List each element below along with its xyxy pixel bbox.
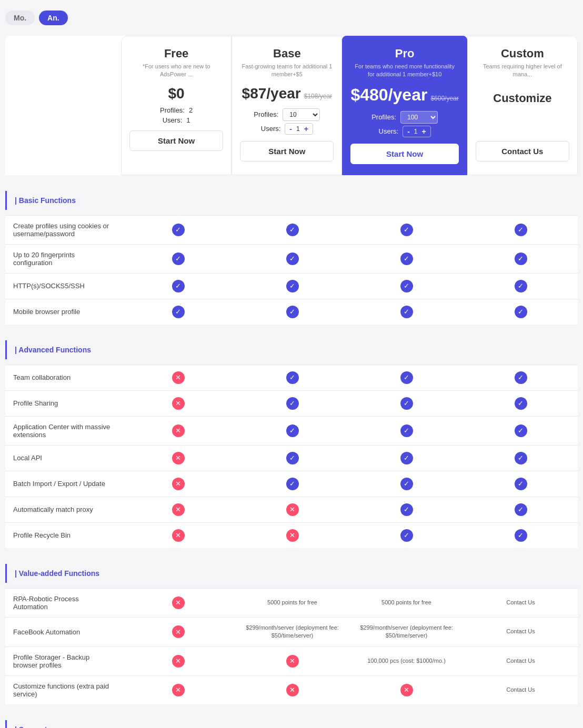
- section-spacer: [5, 548, 578, 559]
- feature-text: 5000 points for free: [267, 599, 317, 606]
- pro-plan-price-original: $600/year: [430, 95, 458, 102]
- monthly-toggle[interactable]: Mo.: [5, 11, 35, 25]
- feature-row-1-3: Local API✕✓✓✓: [5, 445, 578, 471]
- feature-cell-pro: ✓: [349, 497, 464, 522]
- feature-cell-custom: ✓: [464, 391, 578, 416]
- section-title-1: | Advanced Functions: [5, 340, 578, 359]
- feature-name: Team collaboration: [5, 365, 121, 390]
- custom-cta-button[interactable]: Contact Us: [476, 141, 569, 161]
- base-users-increment[interactable]: +: [303, 125, 309, 133]
- pro-profiles-select[interactable]: 100200500: [400, 111, 438, 124]
- free-plan-users: Users: 1: [129, 116, 223, 124]
- check-icon: ✓: [172, 252, 185, 265]
- check-icon: ✓: [286, 252, 299, 265]
- free-cta-button[interactable]: Start Now: [129, 130, 223, 151]
- feature-cell-free: ✓: [121, 216, 235, 244]
- free-plan-profiles: Profiles: 2: [129, 106, 223, 114]
- feature-cell-custom: ✓: [464, 299, 578, 325]
- feature-cell-custom: ✓: [464, 446, 578, 471]
- base-plan-profiles: Profiles: 102050100: [240, 108, 334, 121]
- feature-cell-free: ✕: [121, 417, 235, 445]
- check-icon: ✓: [515, 224, 527, 236]
- pro-users-decrement[interactable]: -: [406, 127, 411, 136]
- feature-cell-free: ✕: [121, 647, 235, 675]
- check-icon: ✓: [286, 306, 299, 318]
- feature-name: HTTP(s)/SOCKS5/SSH: [5, 274, 121, 299]
- free-plan-header: Free *For users who are new to AdsPower …: [121, 36, 232, 175]
- pro-plan-price: $480/year: [350, 85, 427, 105]
- feature-text: 100,000 pcs (cost: $1000/mo.): [367, 657, 446, 665]
- pro-users-increment[interactable]: +: [420, 127, 427, 136]
- free-profiles-value: 2: [189, 106, 193, 114]
- feature-cell-custom: ✓: [464, 216, 578, 244]
- feature-cell-pro: ✓: [349, 365, 464, 390]
- feature-cell-free: ✓: [121, 299, 235, 325]
- feature-cell-free: ✓: [121, 274, 235, 299]
- feature-cell-base: ✕: [235, 497, 349, 522]
- check-icon: ✓: [286, 478, 299, 490]
- check-icon: ✓: [400, 371, 413, 384]
- feature-row-0-3: Mobile browser profile✓✓✓✓: [5, 299, 578, 325]
- free-profiles-label: Profiles:: [160, 106, 185, 114]
- check-icon: ✓: [172, 280, 185, 292]
- check-icon: ✓: [286, 397, 299, 410]
- base-plan-header: Base Fast-growing teams for additional 1…: [232, 36, 342, 175]
- cross-icon: ✕: [172, 371, 185, 384]
- feature-name: Profile Recycle Bin: [5, 523, 121, 548]
- section-spacer: [5, 704, 578, 715]
- base-users-decrement[interactable]: -: [288, 125, 293, 133]
- check-icon: ✓: [400, 306, 413, 318]
- pro-plan-name: Pro: [350, 47, 458, 60]
- check-icon: ✓: [515, 252, 527, 265]
- cross-icon: ✕: [286, 529, 299, 542]
- pro-users-label: Users:: [379, 127, 399, 135]
- feature-cell-free: ✕: [121, 523, 235, 548]
- feature-cell-pro: ✓: [349, 523, 464, 548]
- check-icon: ✓: [286, 424, 299, 437]
- cross-icon: ✕: [172, 529, 185, 542]
- cross-icon: ✕: [172, 596, 185, 609]
- check-icon: ✓: [286, 452, 299, 464]
- pro-cta-button[interactable]: Start Now: [350, 144, 458, 164]
- cross-icon: ✕: [172, 655, 185, 668]
- free-plan-name: Free: [129, 47, 223, 60]
- feature-cell-pro: ✕: [349, 676, 464, 704]
- check-icon: ✓: [400, 397, 413, 410]
- pro-plan-users: Users: - 1 +: [350, 126, 458, 137]
- feature-cell-custom: Contact Us: [464, 647, 578, 675]
- base-plan-price: $87/year: [242, 85, 301, 102]
- check-icon: ✓: [515, 478, 527, 490]
- section-header-0: | Basic Functions: [5, 186, 578, 215]
- feature-text: Contact Us: [506, 628, 535, 635]
- cross-icon: ✕: [172, 397, 185, 410]
- base-cta-button[interactable]: Start Now: [240, 141, 334, 161]
- base-profiles-label: Profiles:: [254, 110, 278, 118]
- billing-toggle: Mo. An.: [5, 11, 578, 25]
- feature-name: Local API: [5, 446, 121, 471]
- feature-cell-custom: ✓: [464, 523, 578, 548]
- custom-plan-desc: Teams requiring higher level of mana...: [476, 63, 569, 79]
- annual-toggle[interactable]: An.: [39, 11, 68, 25]
- feature-cell-free: ✕: [121, 589, 235, 617]
- custom-customize-label: Customize: [493, 92, 551, 105]
- feature-cell-base: ✓: [235, 417, 349, 445]
- cross-icon: ✕: [286, 503, 299, 516]
- feature-cell-base: ✓: [235, 471, 349, 497]
- base-plan-price-original: $108/year: [304, 93, 332, 100]
- feature-cell-pro: ✓: [349, 216, 464, 244]
- feature-row-1-4: Batch Import / Export / Update✕✓✓✓: [5, 471, 578, 497]
- pro-users-value: 1: [414, 128, 418, 135]
- feature-row-2-0: RPA-Robotic Process Automation✕5000 poin…: [5, 588, 578, 617]
- feature-cell-base: ✕: [235, 676, 349, 704]
- feature-cell-custom: ✓: [464, 471, 578, 497]
- check-icon: ✓: [400, 452, 413, 464]
- base-profiles-select[interactable]: 102050100: [283, 108, 320, 121]
- check-icon: ✓: [400, 478, 413, 490]
- pro-plan-header: Pro For teams who need more functionalit…: [342, 36, 467, 175]
- feature-cell-free: ✕: [121, 365, 235, 390]
- check-icon: ✓: [400, 529, 413, 542]
- feature-text: Contact Us: [506, 657, 535, 665]
- base-users-label: Users:: [261, 125, 281, 133]
- feature-cell-pro: ✓: [349, 391, 464, 416]
- feature-text: Contact Us: [506, 599, 535, 606]
